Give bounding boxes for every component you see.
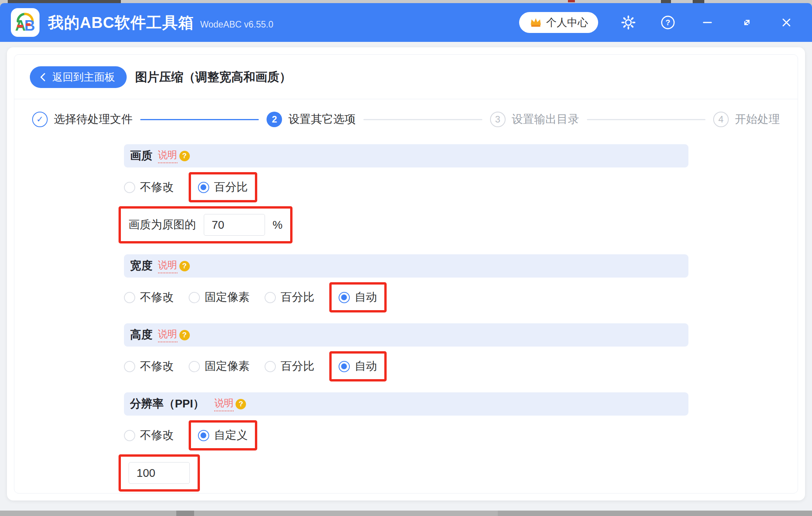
annotation-box: 自定义 [189,420,257,450]
background-taskbar-strip [0,511,812,516]
crown-icon [529,17,542,28]
annotation-box: 百分比 [189,172,257,202]
minimize-icon[interactable] [700,15,715,30]
section-ppi-header: 分辨率（PPI） 说明 ? [124,392,688,416]
percent-suffix: % [273,219,283,231]
background-window-edge [568,0,575,2]
ppi-help-link[interactable]: 说明 [214,397,234,411]
radio-label: 固定像素 [205,290,250,305]
step-2-set-options[interactable]: 2 设置其它选项 [267,112,356,127]
background-window-edge [693,0,704,3]
radio-quality-nochange[interactable]: 不修改 [124,179,174,195]
step-label: 开始处理 [735,112,780,127]
step-4-start-process[interactable]: 4 开始处理 [713,112,780,127]
radio-width-nochange[interactable]: 不修改 [124,290,174,305]
radio-circle-icon[interactable] [189,292,200,303]
page-header: 返回到主面板 图片压缩（调整宽高和画质） [14,55,798,99]
question-badge-icon[interactable]: ? [179,330,190,340]
step-number: 4 [713,112,729,127]
radio-label: 自动 [355,359,377,374]
ppi-value-input[interactable] [129,462,190,484]
radio-label: 百分比 [214,179,248,195]
radio-label: 固定像素 [205,359,250,374]
radio-ppi-custom[interactable]: 自定义 [198,428,248,443]
chevron-left-icon [39,72,47,82]
main-card: 返回到主面板 图片压缩（调整宽高和画质） ✓ 选择待处理文件 2 设置其它选项 … [7,47,805,500]
radio-circle-icon[interactable] [124,182,135,193]
radio-label: 不修改 [140,359,174,374]
radio-circle-icon[interactable] [124,292,135,303]
radio-quality-percent[interactable]: 百分比 [198,179,248,195]
quality-help-link[interactable]: 说明 [158,148,177,163]
radio-width-percent[interactable]: 百分比 [265,290,315,305]
maximize-icon[interactable] [739,15,755,30]
help-icon[interactable]: ? [660,15,676,30]
quality-percent-input[interactable] [204,214,265,236]
radio-height-percent[interactable]: 百分比 [265,359,315,374]
radio-circle-icon[interactable] [189,361,200,372]
radio-ppi-nochange[interactable]: 不修改 [124,428,174,443]
radio-circle-icon[interactable] [198,430,209,441]
app-title: 我的ABC软件工具箱 [48,12,194,33]
radio-height-nochange[interactable]: 不修改 [124,359,174,374]
width-options: 不修改 固定像素 百分比 自动 [124,282,688,312]
annotation-box: 自动 [329,282,387,312]
quality-options: 不修改 百分比 [124,172,688,202]
radio-circle-icon[interactable] [265,292,276,303]
section-quality: 画质 说明 ? 不修改 百分比 [124,144,688,243]
radio-circle-icon[interactable] [124,361,135,372]
content-panel: 返回到主面板 图片压缩（调整宽高和画质） ✓ 选择待处理文件 2 设置其它选项 … [14,54,798,494]
radio-label: 百分比 [281,290,315,305]
step-label: 设置输出目录 [512,112,579,127]
radio-circle-icon[interactable] [339,361,350,372]
step-connector [587,119,705,120]
background-strip-segment [176,511,194,516]
section-title: 宽度 [130,258,153,274]
width-help-link[interactable]: 说明 [158,259,177,273]
radio-height-fixed-pixels[interactable]: 固定像素 [189,359,250,374]
step-number: 2 [267,112,282,127]
section-title: 画质 [130,148,153,164]
question-badge-icon[interactable]: ? [179,151,190,161]
step-indicator: ✓ 选择待处理文件 2 设置其它选项 3 设置输出目录 4 开始处理 [14,112,798,127]
window-controls: ? [621,15,794,30]
step-1-select-files[interactable]: ✓ 选择待处理文件 [32,112,132,127]
question-badge-icon[interactable]: ? [236,399,246,409]
section-quality-header: 画质 说明 ? [124,144,688,167]
titlebar: A B 我的ABC软件工具箱 WodeABC v6.55.0 个人中心 [0,3,812,42]
ppi-options: 不修改 自定义 [124,420,688,450]
radio-label: 不修改 [140,179,174,195]
question-badge-icon[interactable]: ? [179,261,190,271]
radio-width-auto[interactable]: 自动 [339,290,377,305]
close-icon[interactable] [779,15,794,30]
section-title: 高度 [130,327,153,343]
page-title: 图片压缩（调整宽高和画质） [135,69,291,85]
radio-circle-icon[interactable] [339,292,350,303]
user-center-button[interactable]: 个人中心 [519,12,598,33]
step-label: 设置其它选项 [288,112,356,127]
step-3-output-dir[interactable]: 3 设置输出目录 [490,112,579,127]
radio-height-auto[interactable]: 自动 [339,359,377,374]
back-button-label: 返回到主面板 [52,70,115,84]
radio-label: 自动 [355,290,377,305]
back-to-dashboard-button[interactable]: 返回到主面板 [30,66,127,88]
radio-circle-icon[interactable] [124,430,135,441]
step-connector [363,119,482,120]
app-window: A B 我的ABC软件工具箱 WodeABC v6.55.0 个人中心 [0,3,812,511]
annotation-box: 自动 [329,351,387,381]
step-number: 3 [490,112,506,127]
height-help-link[interactable]: 说明 [158,328,177,342]
step-label: 选择待处理文件 [54,112,132,127]
radio-circle-icon[interactable] [265,361,276,372]
radio-label: 自定义 [214,428,248,443]
radio-circle-icon[interactable] [198,182,209,193]
section-ppi: 分辨率（PPI） 说明 ? 不修改 自定义 [124,392,688,492]
background-window-edge [8,0,121,3]
background-window-edge [661,0,671,3]
radio-width-fixed-pixels[interactable]: 固定像素 [189,290,250,305]
settings-gear-icon[interactable] [621,15,636,30]
user-center-label: 个人中心 [546,16,588,29]
section-title: 分辨率（PPI） [130,396,205,412]
svg-text:?: ? [666,18,670,27]
annotation-box: 画质为原图的 % [119,206,293,243]
